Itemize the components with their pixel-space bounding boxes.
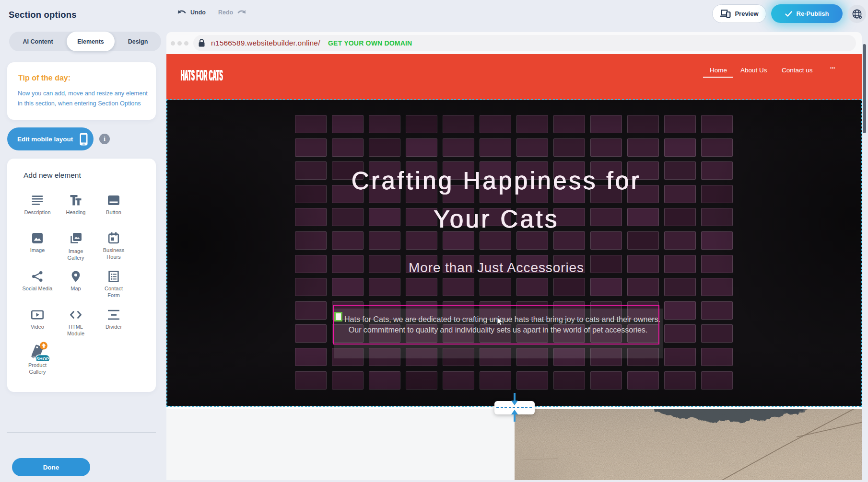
svg-text:SHOP: SHOP (36, 356, 50, 361)
